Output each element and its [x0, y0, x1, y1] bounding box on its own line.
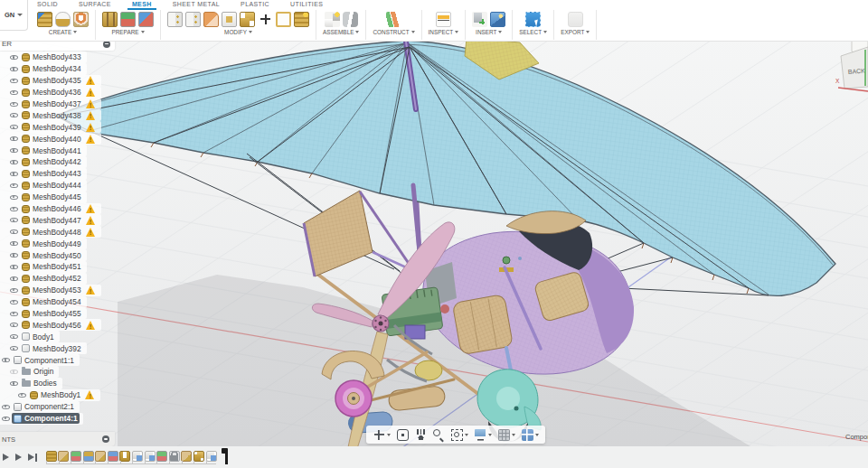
direct-edit-icon[interactable]: [258, 12, 273, 27]
visibility-eye-icon[interactable]: [9, 367, 18, 376]
browser-item[interactable]: MeshBody441: [0, 145, 87, 156]
face-groups-from-color-icon[interactable]: [138, 12, 154, 27]
combine-icon[interactable]: [240, 12, 255, 27]
workspace-selector[interactable]: GN: [0, 0, 28, 31]
face-group-feature-icon[interactable]: [108, 451, 118, 462]
visibility-eye-icon[interactable]: [9, 52, 18, 61]
step-forward-icon[interactable]: [15, 454, 22, 461]
browser-item[interactable]: Component4:1: [0, 413, 83, 425]
export-icon[interactable]: [568, 12, 583, 27]
browser-item[interactable]: MeshBody450: [0, 249, 87, 261]
clamp-feature-icon[interactable]: [119, 451, 130, 462]
visibility-eye-icon[interactable]: [9, 285, 18, 295]
ribbon-tab[interactable]: SOLID: [33, 0, 62, 10]
visibility-eye-icon[interactable]: [9, 169, 18, 178]
chevron-down-icon[interactable]: [512, 434, 515, 436]
visibility-eye-icon[interactable]: [9, 332, 18, 342]
ribbon-tab[interactable]: SURFACE: [74, 0, 116, 10]
browser-item[interactable]: MeshBody435: [0, 75, 101, 87]
visibility-eye-icon[interactable]: [9, 274, 18, 283]
comments-bar[interactable]: NTS: [0, 432, 115, 446]
browser-item[interactable]: MeshBody439: [0, 121, 101, 133]
joint-icon[interactable]: [343, 12, 358, 27]
visibility-eye-icon[interactable]: [9, 262, 18, 271]
visibility-eye-icon[interactable]: [9, 379, 18, 388]
insert-mesh-feature-icon[interactable]: [181, 451, 192, 462]
insert-mesh-icon[interactable]: [37, 12, 52, 27]
browser-item[interactable]: MeshBody451: [0, 261, 87, 273]
visibility-eye-icon[interactable]: [9, 204, 18, 213]
browser-item[interactable]: MeshBody437: [0, 98, 101, 110]
mesh-edit-feature-icon[interactable]: [83, 451, 94, 462]
ribbon-tab[interactable]: PLASTIC: [236, 0, 274, 10]
browser-item[interactable]: MeshBody448: [0, 226, 101, 238]
browser-item[interactable]: MeshBody438: [0, 109, 101, 121]
convert-mesh-icon[interactable]: [294, 12, 309, 27]
nav-button[interactable]: [448, 426, 471, 444]
paint-face-groups-icon[interactable]: [120, 12, 136, 27]
visibility-eye-icon[interactable]: [1, 356, 10, 365]
browser-item[interactable]: MeshBody445: [0, 192, 87, 203]
visibility-eye-icon[interactable]: [9, 216, 18, 225]
browser-item[interactable]: MeshBody452: [0, 273, 87, 285]
lock-feature-icon[interactable]: [169, 451, 180, 462]
plane-cut-icon[interactable]: [276, 12, 291, 27]
browser-item[interactable]: MeshBody453: [0, 285, 101, 296]
nav-button[interactable]: [429, 426, 448, 444]
browser-item[interactable]: MeshBody447: [0, 214, 101, 226]
insert-mesh-feature-icon[interactable]: [58, 451, 69, 462]
ribbon-tab[interactable]: UTILITIES: [286, 0, 327, 10]
viewcube-face-label[interactable]: BACK: [848, 68, 866, 75]
skip-to-end-icon[interactable]: [28, 454, 34, 461]
chevron-down-icon[interactable]: [535, 434, 539, 436]
nav-button[interactable]: [518, 426, 542, 444]
measure-icon[interactable]: [436, 12, 451, 27]
toolbar-group-dropdown[interactable]: ASSEMBLE: [323, 29, 359, 35]
mesh-body-feature-icon[interactable]: [46, 451, 57, 462]
browser-item[interactable]: MeshBody392: [0, 342, 87, 354]
browser-item[interactable]: MeshBody455: [0, 308, 87, 320]
visibility-eye-icon[interactable]: [9, 157, 18, 166]
erase-and-fill-icon[interactable]: [222, 12, 237, 27]
component-feature-icon[interactable]: [132, 451, 143, 462]
browser-item[interactable]: MeshBody433: [0, 51, 87, 63]
visibility-eye-icon[interactable]: [9, 297, 18, 306]
browser-item[interactable]: MeshBody440: [0, 133, 101, 145]
visibility-eye-icon[interactable]: [9, 123, 18, 132]
visibility-eye-icon[interactable]: [9, 321, 18, 330]
fuel-tank[interactable]: [452, 295, 513, 355]
timeline-position-marker[interactable]: [225, 450, 228, 464]
visibility-eye-icon[interactable]: [9, 239, 18, 248]
viewcube[interactable]: BACK X: [805, 34, 868, 98]
browser-item[interactable]: Origin: [0, 366, 59, 378]
visibility-eye-icon[interactable]: [9, 64, 18, 73]
create-mesh-section-icon[interactable]: [55, 12, 71, 27]
nav-button[interactable]: [393, 426, 411, 444]
browser-item[interactable]: MeshBody1: [0, 389, 100, 401]
toolbar-group-dropdown[interactable]: INSPECT: [429, 29, 459, 35]
generate-face-groups-icon[interactable]: [102, 12, 118, 27]
visibility-eye-icon[interactable]: [9, 76, 18, 85]
select-icon[interactable]: [525, 12, 541, 27]
visibility-eye-icon[interactable]: [9, 88, 18, 97]
browser-item[interactable]: MeshBody449: [0, 238, 87, 249]
new-component-icon[interactable]: [325, 12, 340, 27]
toolbar-group-dropdown[interactable]: EXPORT: [561, 29, 590, 35]
nav-button[interactable]: [370, 426, 393, 444]
face-group-feature-icon[interactable]: [156, 451, 167, 462]
browser-item[interactable]: Body1: [0, 331, 60, 342]
comments-icon[interactable]: [102, 435, 109, 443]
nav-button[interactable]: [495, 426, 518, 444]
ribbon-tab[interactable]: MESH: [127, 0, 156, 10]
visibility-eye-icon[interactable]: [17, 390, 26, 399]
combine-feature-icon[interactable]: [193, 451, 204, 462]
construction-plane-icon[interactable]: [386, 12, 401, 27]
browser-item[interactable]: MeshBody456: [0, 319, 101, 331]
visibility-eye-icon[interactable]: [1, 402, 10, 411]
toolbar-group-dropdown[interactable]: INSERT: [476, 29, 502, 35]
face-group-feature-icon[interactable]: [71, 451, 81, 462]
chevron-down-icon[interactable]: [488, 434, 492, 436]
visibility-eye-icon[interactable]: [9, 192, 18, 201]
viewport-canvas[interactable]: [0, 0, 868, 468]
reduce-icon[interactable]: [203, 12, 219, 27]
